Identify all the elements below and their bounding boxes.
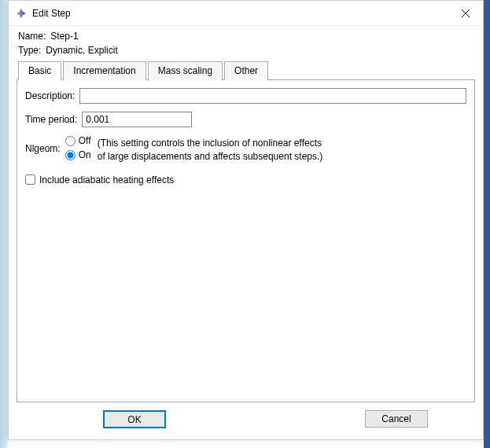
dialog-content: Name: Step-1 Type: Dynamic, Explicit Bas… (9, 26, 483, 428)
description-row: Description: (25, 88, 466, 104)
nlgeom-help-line2: of large displacements and affects subse… (98, 150, 323, 163)
close-icon (462, 9, 470, 17)
type-label: Type: (18, 45, 41, 56)
app-icon (15, 7, 28, 20)
tab-bar: Basic Incrementation Mass scaling Other (17, 61, 475, 80)
nlgeom-off-option[interactable]: Off (65, 135, 91, 146)
time-period-row: Time period: (25, 112, 466, 127)
name-value: Step-1 (50, 31, 78, 42)
time-period-label: Time period: (25, 114, 77, 125)
close-button[interactable] (448, 2, 483, 25)
edit-step-dialog: Edit Step Name: Step-1 Type: Dynamic, Ex… (8, 0, 484, 440)
titlebar: Edit Step (9, 1, 483, 26)
time-period-input[interactable] (82, 112, 192, 127)
name-label: Name: (18, 31, 46, 42)
adiabatic-label: Include adiabatic heating effects (39, 174, 174, 185)
dialog-buttons: OK Cancel (17, 402, 475, 428)
type-row: Type: Dynamic, Explicit (17, 45, 475, 56)
description-label: Description: (25, 90, 75, 101)
nlgeom-label: Nlgeom: (25, 143, 61, 154)
background-edge-right (484, 0, 490, 448)
nlgeom-on-radio[interactable] (65, 150, 76, 160)
tab-other[interactable]: Other (224, 61, 268, 80)
nlgeom-help-text: (This setting controls the inclusion of … (98, 137, 323, 163)
type-value: Dynamic, Explicit (46, 45, 117, 56)
nlgeom-on-option[interactable]: On (65, 149, 91, 160)
nlgeom-off-radio[interactable] (65, 136, 76, 146)
nlgeom-on-label: On (79, 149, 91, 160)
adiabatic-checkbox[interactable] (25, 174, 35, 185)
background-edge-left (0, 0, 8, 448)
nlgeom-row: Nlgeom: Off On (This setting controls th… (25, 135, 466, 163)
nlgeom-off-label: Off (79, 135, 91, 146)
nlgeom-radio-group: Off On (65, 135, 91, 160)
tab-basic[interactable]: Basic (18, 61, 61, 80)
cancel-button[interactable]: Cancel (365, 410, 428, 428)
ok-button[interactable]: OK (103, 410, 166, 428)
name-row: Name: Step-1 (17, 31, 475, 42)
tab-panel-basic: Description: Time period: Nlgeom: Off On (17, 80, 475, 402)
adiabatic-option[interactable]: Include adiabatic heating effects (25, 174, 466, 185)
nlgeom-help-line1: (This setting controls the inclusion of … (98, 137, 323, 150)
dialog-title: Edit Step (32, 8, 448, 19)
tab-incrementation[interactable]: Incrementation (63, 61, 146, 80)
tab-mass-scaling[interactable]: Mass scaling (148, 61, 223, 80)
description-input[interactable] (79, 88, 466, 104)
